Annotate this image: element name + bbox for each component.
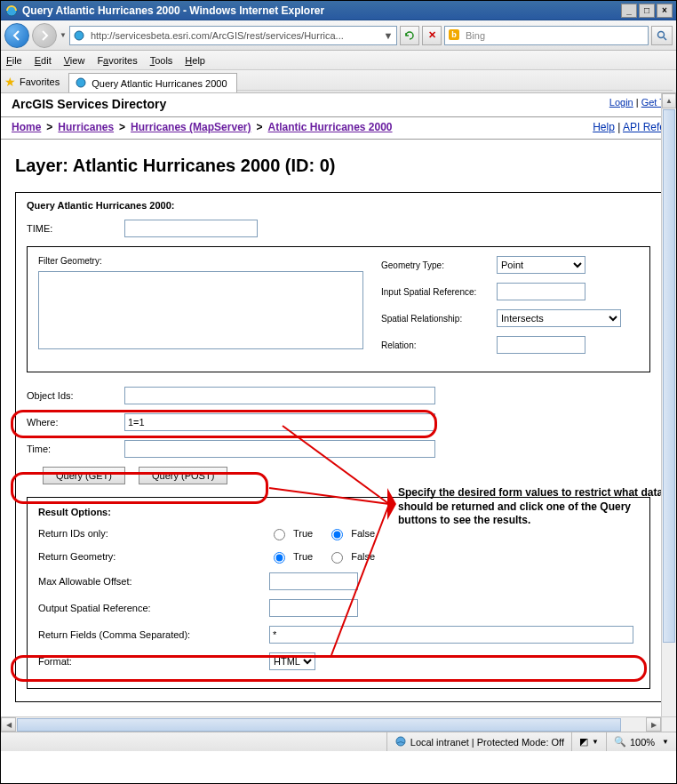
object-ids-input[interactable]	[124, 387, 435, 404]
nav-dropdown-icon[interactable]: ▼	[60, 31, 67, 39]
favorites-label[interactable]: Favorites	[20, 76, 60, 87]
favorites-star-icon[interactable]: ★	[4, 75, 16, 89]
max-offset-input[interactable]	[269, 572, 358, 590]
spatial-rel-select[interactable]: Intersects	[497, 309, 621, 327]
output-sr-input[interactable]	[269, 599, 358, 617]
time-lower-label: Time:	[27, 444, 124, 454]
object-ids-label: Object Ids:	[27, 390, 124, 401]
svg-point-1	[75, 31, 84, 40]
svg-line-6	[664, 37, 666, 40]
close-button[interactable]: ×	[657, 4, 673, 18]
format-label: Format:	[38, 656, 269, 667]
scroll-thumb-h[interactable]	[17, 718, 621, 732]
breadcrumb-bar: Home > Hurricanes > Hurricanes (MapServe…	[1, 117, 676, 140]
return-geom-true-label: True	[293, 551, 313, 562]
return-ids-true-radio[interactable]	[274, 529, 285, 540]
login-link[interactable]: Login	[609, 97, 633, 108]
search-input[interactable]	[464, 29, 645, 42]
ie-icon	[4, 4, 19, 18]
svg-point-7	[76, 78, 85, 87]
breadcrumb-layer[interactable]: Atlantic Hurricanes 2000	[267, 121, 392, 133]
return-ids-false-label: False	[351, 528, 375, 539]
menu-edit[interactable]: Edit	[35, 55, 52, 66]
scroll-up-icon[interactable]: ▲	[662, 93, 676, 108]
api-reference-link[interactable]: API Refe	[623, 121, 665, 133]
query-form: Query Atlantic Hurricanes 2000: TIME: Fi…	[15, 192, 662, 702]
where-label: Where:	[27, 417, 124, 428]
query-get-button[interactable]: Query (GET)	[43, 467, 125, 484]
forward-button[interactable]	[32, 23, 57, 48]
svg-line-8	[283, 426, 389, 504]
page-content: ArcGIS Services Directory Login | Get T …	[1, 93, 676, 751]
search-box[interactable]: b	[444, 26, 649, 45]
menu-help[interactable]: Help	[185, 55, 205, 66]
status-seg-1[interactable]: ◩ ▼	[571, 732, 606, 751]
address-bar[interactable]: ▼	[69, 26, 397, 45]
window-titlebar: Query Atlantic Hurricanes 2000 - Windows…	[1, 1, 676, 20]
filter-geometry-input[interactable]	[38, 271, 363, 349]
svg-point-5	[658, 31, 665, 37]
geometry-type-select[interactable]: Point	[497, 256, 585, 274]
breadcrumb-hurricanes[interactable]: Hurricanes	[58, 121, 114, 133]
geometry-type-label: Geometry Type:	[381, 260, 497, 270]
query-post-button[interactable]: Query (POST)	[139, 467, 227, 484]
menu-favorites[interactable]: Favorites	[97, 55, 137, 66]
output-sr-label: Output Spatial Reference:	[38, 603, 269, 613]
return-geom-label: Return Geometry:	[38, 551, 269, 562]
breadcrumb-home[interactable]: Home	[12, 121, 41, 133]
maximize-button[interactable]: □	[639, 4, 655, 18]
time-upper-input[interactable]	[124, 220, 258, 237]
navigation-toolbar: ▼ ▼ ✕ b	[1, 20, 676, 51]
minimize-button[interactable]: _	[621, 4, 637, 18]
browser-tab[interactable]: Query Atlantic Hurricanes 2000	[68, 73, 236, 92]
service-header: ArcGIS Services Directory Login | Get T	[1, 93, 676, 117]
scroll-right-icon[interactable]: ▶	[646, 717, 661, 732]
menu-tools[interactable]: Tools	[150, 55, 173, 66]
max-offset-label: Max Allowable Offset:	[38, 576, 269, 587]
zoom-level[interactable]: 🔍 100% ▼	[606, 732, 676, 751]
format-select[interactable]: HTML	[269, 652, 315, 670]
security-zone[interactable]: Local intranet | Protected Mode: Off	[386, 732, 571, 751]
return-ids-false-radio[interactable]	[331, 529, 343, 540]
tab-page-icon	[75, 76, 87, 91]
service-title: ArcGIS Services Directory	[12, 97, 166, 111]
search-button[interactable]	[651, 26, 673, 45]
favorites-bar: ★ Favorites Query Atlantic Hurricanes 20…	[1, 70, 676, 93]
return-ids-true-label: True	[293, 528, 313, 539]
zoom-text: 100%	[630, 737, 655, 748]
address-dropdown-icon[interactable]: ▼	[382, 30, 394, 41]
window-title: Query Atlantic Hurricanes 2000 - Windows…	[22, 4, 621, 17]
return-geom-true-radio[interactable]	[274, 552, 285, 564]
stop-button[interactable]: ✕	[422, 26, 442, 45]
input-sr-label: Input Spatial Reference:	[381, 287, 497, 297]
help-link[interactable]: Help	[593, 121, 615, 133]
input-sr-input[interactable]	[497, 283, 585, 300]
refresh-button[interactable]	[400, 26, 419, 45]
breadcrumb-mapserver[interactable]: Hurricanes (MapServer)	[131, 121, 251, 133]
vertical-scrollbar[interactable]: ▲ ▼	[661, 93, 676, 732]
back-button[interactable]	[4, 23, 29, 48]
relation-label: Relation:	[381, 340, 497, 350]
menu-file[interactable]: File	[6, 55, 22, 66]
filter-geometry-label: Filter Geometry:	[38, 256, 363, 266]
scroll-left-icon[interactable]: ◀	[1, 717, 16, 732]
scroll-corner	[661, 716, 676, 732]
bing-icon: b	[448, 28, 460, 43]
url-input[interactable]	[89, 29, 382, 42]
status-bar: Local intranet | Protected Mode: Off ◩ ▼…	[1, 732, 676, 751]
page-icon	[72, 29, 86, 42]
return-fields-input[interactable]	[269, 626, 633, 644]
time-lower-input[interactable]	[124, 440, 435, 458]
return-fields-label: Return Fields (Comma Separated):	[38, 629, 269, 640]
geometry-filter-box: Filter Geometry: Geometry Type: Point In…	[27, 246, 650, 372]
scroll-thumb-v[interactable]	[663, 109, 675, 643]
menu-bar: File Edit View Favorites Tools Help	[1, 51, 676, 70]
page-mode-icon: ◩	[579, 736, 588, 748]
menu-view[interactable]: View	[64, 55, 85, 66]
return-geom-false-radio[interactable]	[331, 552, 343, 564]
zoom-icon: 🔍	[614, 736, 626, 748]
horizontal-scrollbar[interactable]: ◀ ▶	[1, 716, 661, 732]
where-input[interactable]	[124, 413, 435, 431]
relation-input[interactable]	[497, 336, 585, 354]
spatial-rel-label: Spatial Relationship:	[381, 314, 497, 324]
